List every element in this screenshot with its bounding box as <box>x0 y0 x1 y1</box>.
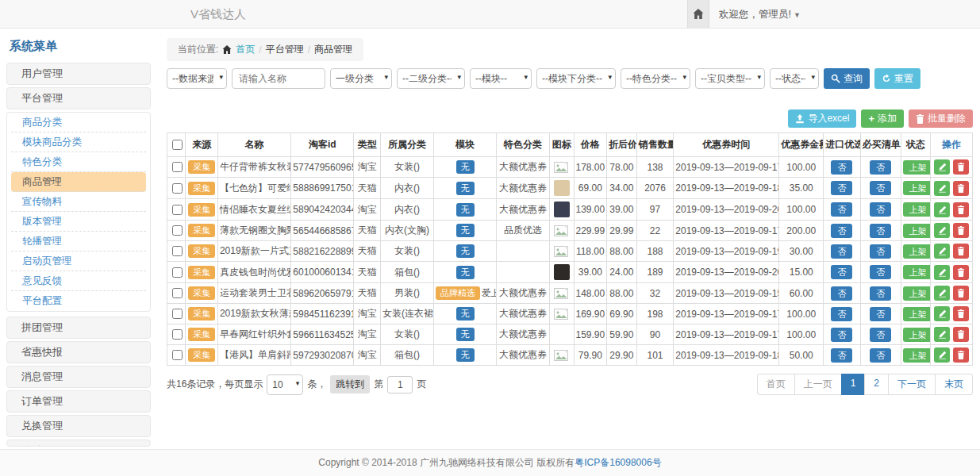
filter-select-2[interactable]: 一级分类 <box>330 68 392 89</box>
add-button[interactable]: + 添加 <box>861 109 904 128</box>
delete-button[interactable] <box>953 223 969 238</box>
sidebar-subitem-6[interactable]: 轮播管理 <box>11 232 146 251</box>
status-button[interactable]: 上架 <box>903 307 931 321</box>
edit-button[interactable] <box>934 265 950 280</box>
row-checkbox[interactable] <box>172 309 183 319</box>
page-button-4[interactable]: 下一页 <box>888 374 936 395</box>
sidebar-subitem-8[interactable]: 意见反馈 <box>11 271 146 291</box>
row-checkbox[interactable] <box>172 205 183 215</box>
edit-button[interactable] <box>934 306 950 321</box>
search-button[interactable]: 查询 <box>824 68 870 89</box>
row-checkbox[interactable] <box>172 288 183 298</box>
user-menu[interactable]: 欢迎您，管理员!▼ <box>719 8 801 21</box>
import-select-toggle[interactable]: 否 <box>831 181 852 195</box>
edit-button[interactable] <box>934 159 950 175</box>
per-page-select[interactable]: 10 <box>267 374 303 395</box>
edit-button[interactable] <box>934 347 950 363</box>
delete-button[interactable] <box>953 244 969 259</box>
row-checkbox[interactable] <box>172 329 183 340</box>
row-checkbox[interactable] <box>172 162 183 172</box>
must-buy-toggle[interactable]: 否 <box>870 224 891 238</box>
sidebar-subitem-0[interactable]: 商品分类 <box>11 113 146 132</box>
import-select-toggle[interactable]: 否 <box>831 160 852 175</box>
filter-select-0[interactable]: --数据来源-- <box>167 68 227 89</box>
import-select-toggle[interactable]: 否 <box>831 224 852 238</box>
page-button-3[interactable]: 2 <box>864 374 889 395</box>
status-button[interactable]: 上架 <box>903 224 931 238</box>
must-buy-toggle[interactable]: 否 <box>870 160 891 175</box>
status-button[interactable]: 上架 <box>903 348 931 363</box>
import-select-toggle[interactable]: 否 <box>831 307 852 321</box>
import-select-toggle[interactable]: 否 <box>831 286 852 301</box>
status-button[interactable]: 上架 <box>903 265 931 279</box>
sidebar-subitem-2[interactable]: 特色分类 <box>11 152 146 172</box>
import-select-toggle[interactable]: 否 <box>831 202 852 217</box>
row-checkbox[interactable] <box>172 225 183 236</box>
status-button[interactable]: 上架 <box>903 286 931 301</box>
filter-select-6[interactable]: --特色分类-- <box>621 68 690 89</box>
sidebar-item-2[interactable]: 拼团管理 <box>6 317 151 339</box>
filter-select-7[interactable]: --宝贝类型-- <box>695 68 765 89</box>
import-select-toggle[interactable]: 否 <box>831 265 852 279</box>
filter-select-4[interactable]: --模块-- <box>470 68 532 89</box>
status-button[interactable]: 上架 <box>903 181 931 195</box>
import-select-toggle[interactable]: 否 <box>831 328 852 342</box>
import-select-toggle[interactable]: 否 <box>831 348 852 363</box>
row-checkbox[interactable] <box>172 246 183 256</box>
select-all-checkbox[interactable] <box>172 140 183 150</box>
page-button-0[interactable]: 首页 <box>757 374 795 395</box>
must-buy-toggle[interactable]: 否 <box>870 286 891 301</box>
must-buy-toggle[interactable]: 否 <box>870 328 891 342</box>
sidebar-item-5[interactable]: 订单管理 <box>6 390 151 413</box>
import-select-toggle[interactable]: 否 <box>831 244 852 259</box>
sidebar-item-4[interactable]: 消息管理 <box>6 366 151 388</box>
status-button[interactable]: 上架 <box>903 244 931 259</box>
status-button[interactable]: 上架 <box>903 202 931 217</box>
sidebar-subitem-7[interactable]: 启动页管理 <box>11 251 146 271</box>
breadcrumb-home-link[interactable]: 首页 <box>236 43 255 56</box>
jump-to-button[interactable]: 跳转到 <box>330 375 370 393</box>
filter-select-3[interactable]: --二级分类-- <box>397 68 465 89</box>
page-number-input[interactable] <box>387 376 413 393</box>
delete-button[interactable] <box>953 181 969 196</box>
edit-button[interactable] <box>934 181 950 196</box>
delete-button[interactable] <box>953 202 969 217</box>
row-checkbox[interactable] <box>172 350 183 360</box>
must-buy-toggle[interactable]: 否 <box>870 307 891 321</box>
sidebar-item-0[interactable]: 用户管理 <box>6 63 151 85</box>
edit-button[interactable] <box>934 202 950 217</box>
row-checkbox[interactable] <box>172 267 183 278</box>
edit-button[interactable] <box>934 286 950 301</box>
filter-select-5[interactable]: --模块下分类-- <box>536 68 616 89</box>
delete-button[interactable] <box>953 347 969 363</box>
delete-button[interactable] <box>953 159 969 175</box>
delete-button[interactable] <box>953 286 969 301</box>
edit-button[interactable] <box>934 327 950 342</box>
page-button-2[interactable]: 1 <box>841 374 866 395</box>
icp-link[interactable]: 粤ICP备16098006号 <box>575 456 661 470</box>
must-buy-toggle[interactable]: 否 <box>870 244 891 259</box>
must-buy-toggle[interactable]: 否 <box>870 181 891 195</box>
status-button[interactable]: 上架 <box>903 160 931 175</box>
row-checkbox[interactable] <box>172 183 183 194</box>
sidebar-subitem-3-active[interactable]: 商品管理 <box>11 172 146 192</box>
filter-select-8[interactable]: --状态-- <box>770 68 819 89</box>
delete-button[interactable] <box>953 327 969 342</box>
import-excel-button[interactable]: 导入excel <box>788 109 856 128</box>
sidebar-subitem-1[interactable]: 模块商品分类 <box>11 132 146 152</box>
sidebar-item-6[interactable]: 兑换管理 <box>6 415 151 437</box>
name-search-input[interactable] <box>232 68 325 89</box>
edit-button[interactable] <box>934 244 950 259</box>
home-button[interactable] <box>687 0 709 28</box>
batch-delete-button[interactable]: 批量删除 <box>909 109 973 128</box>
sidebar-item-3[interactable]: 省惠快报 <box>6 341 151 363</box>
must-buy-toggle[interactable]: 否 <box>870 202 891 217</box>
page-button-1[interactable]: 上一页 <box>794 374 842 395</box>
sidebar-subitem-9[interactable]: 平台配置 <box>11 291 146 311</box>
must-buy-toggle[interactable]: 否 <box>870 348 891 363</box>
sidebar-subitem-5[interactable]: 版本管理 <box>11 212 146 232</box>
edit-button[interactable] <box>934 223 950 238</box>
reset-button[interactable]: 重置 <box>874 68 920 89</box>
delete-button[interactable] <box>953 306 969 321</box>
delete-button[interactable] <box>953 265 969 280</box>
